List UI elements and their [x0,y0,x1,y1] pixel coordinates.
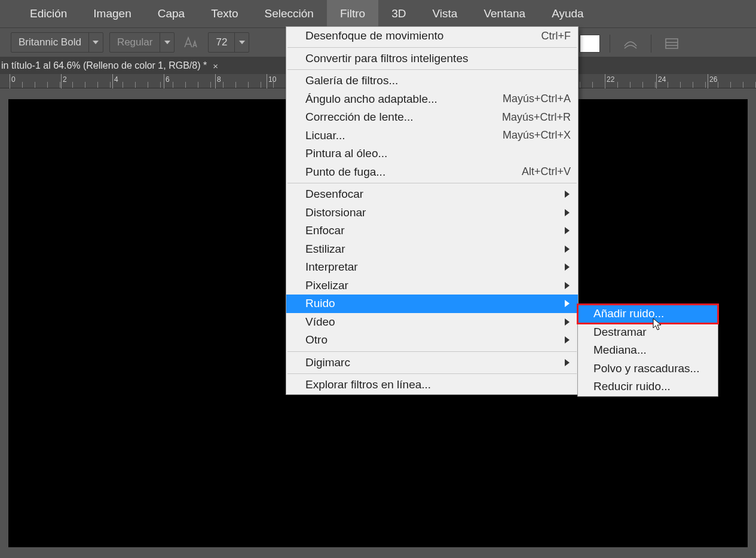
separator [610,35,610,53]
menu-item-label: Interpretar [305,260,571,274]
menu-item[interactable]: Pixelizar [286,277,578,295]
menu-item-label: Desenfocar [305,188,571,201]
menu-item[interactable]: Otro [286,331,578,349]
menu-item-label: Enfocar [305,224,571,237]
font-size-combo[interactable]: 72 [208,32,249,53]
menu-texto[interactable]: Texto [198,0,251,27]
menu-item-label: Ruido [305,297,571,310]
menu-item-label: Punto de fuga... [305,165,522,179]
menu-ayuda[interactable]: Ayuda [538,0,597,27]
menu-item-label: Otro [305,333,571,347]
font-family-value: Britannic Bold [11,36,88,48]
submenu-arrow-icon [565,356,570,369]
menu-item[interactable]: Ruido [286,295,578,313]
menu-item-label: Distorsionar [305,206,571,219]
ruler-tick-label: 4 [114,75,118,84]
menu-separator [287,373,577,374]
menu-item[interactable]: Pintura al óleo... [286,145,578,163]
ruler-tick-label: 0 [11,75,16,84]
ruler-tick-label: 26 [709,75,717,84]
chevron-down-icon [160,33,174,52]
menu-item-label: Pintura al óleo... [305,147,571,160]
menu-item[interactable]: Galería de filtros... [286,72,578,90]
close-icon[interactable]: × [213,61,218,71]
menu-item-shortcut: Mayús+Ctrl+X [503,129,571,142]
character-panel-icon[interactable] [661,33,682,54]
menu-item-label: Pixelizar [305,279,571,292]
menu-item[interactable]: Punto de fuga...Alt+Ctrl+V [286,163,578,182]
submenu-arrow-icon [565,224,570,237]
menu-item[interactable]: Interpretar [286,258,578,277]
menu-item-shortcut: Alt+Ctrl+V [522,165,571,178]
text-color-swatch[interactable] [580,35,600,53]
submenu-arrow-icon [565,188,570,201]
submenu-item[interactable]: Destramar [578,323,718,342]
separator [651,35,651,53]
menu-item-label: Desenfoque de movimiento [305,29,541,42]
menu-vista[interactable]: Vista [419,0,470,27]
submenu-arrow-icon [565,206,570,219]
menu-separator [287,183,577,183]
menu-imagen[interactable]: Imagen [80,0,144,27]
submenu-arrow-icon [565,315,570,329]
menu-item-label: Estilizar [305,243,571,256]
menu-item[interactable]: Desenfocar [286,185,578,204]
menu-item-label: Digimarc [305,356,571,369]
font-family-combo[interactable]: Britannic Bold [11,32,103,53]
submenu-arrow-icon [565,243,570,256]
menu-item[interactable]: Enfocar [286,222,578,240]
menu-item[interactable]: Estilizar [286,240,578,259]
menu-ventana[interactable]: Ventana [470,0,538,27]
submenu-arrow-icon [565,260,570,274]
submenu-arrow-icon [565,279,570,292]
font-style-combo[interactable]: Regular [109,32,175,53]
menu-edición[interactable]: Edición [17,0,80,27]
font-style-value: Regular [110,36,160,48]
menu-item[interactable]: Explorar filtros en línea... [286,376,578,394]
menu-item[interactable]: Distorsionar [286,204,578,222]
submenu-item[interactable]: Polvo y rascaduras... [578,360,718,378]
document-tab[interactable]: in título-1 al 64.6% (Relleno de color 1… [0,58,225,73]
menu-item[interactable]: Convertir para filtros inteligentes [286,50,578,68]
document-tab-title: in título-1 al 64.6% (Relleno de color 1… [1,60,207,71]
submenu-item[interactable]: Reducir ruido... [578,378,718,396]
font-size-value: 72 [209,36,234,48]
menu-capa[interactable]: Capa [145,0,198,27]
menu-separator [287,351,577,352]
ruler-tick-label: 10 [268,75,276,84]
menu-item[interactable]: Vídeo [286,313,578,332]
menu-selección[interactable]: Selección [252,0,327,27]
menu-item[interactable]: Desenfoque de movimientoCtrl+F [286,27,578,45]
menu-item-label: Vídeo [305,315,571,329]
menu-bar: EdiciónImagenCapaTextoSelecciónFiltro3DV… [0,0,756,27]
submenu-item-label: Añadir ruido... [593,307,711,320]
submenu-arrow-icon [565,333,570,347]
svg-rect-0 [666,39,678,48]
ruler-tick-label: 2 [63,75,67,84]
menu-item-label: Corrección de lente... [305,111,502,124]
filter-menu: Desenfoque de movimientoCtrl+FConvertir … [286,26,579,395]
menu-item-shortcut: Ctrl+F [541,30,571,42]
menu-filtro[interactable]: Filtro [327,0,378,27]
menu-item-label: Explorar filtros en línea... [305,378,571,391]
menu-item[interactable]: Ángulo ancho adaptable...Mayús+Ctrl+A [286,90,578,109]
menu-item-shortcut: Mayús+Ctrl+R [502,111,571,124]
menu-item[interactable]: Corrección de lente...Mayús+Ctrl+R [286,108,578,127]
submenu-item-label: Destramar [593,326,711,339]
submenu-item[interactable]: Mediana... [578,341,718,360]
noise-submenu: Añadir ruido...DestramarMediana...Polvo … [577,304,718,397]
ruler-tick-label: 22 [607,75,614,84]
menu-3d[interactable]: 3D [378,0,419,27]
chevron-down-icon [234,33,249,52]
submenu-item[interactable]: Añadir ruido... [578,305,718,323]
menu-item[interactable]: Digimarc [286,354,578,372]
ruler-tick-label: 8 [217,75,221,84]
menu-item-label: Ángulo ancho adaptable... [305,93,503,106]
font-size-icon [180,32,202,53]
menu-separator [287,69,577,70]
menu-item-label: Convertir para filtros inteligentes [305,52,571,65]
menu-item[interactable]: Licuar...Mayús+Ctrl+X [286,127,578,145]
menu-separator [287,47,577,48]
warp-text-icon[interactable] [620,33,641,54]
menu-item-label: Licuar... [305,129,503,142]
